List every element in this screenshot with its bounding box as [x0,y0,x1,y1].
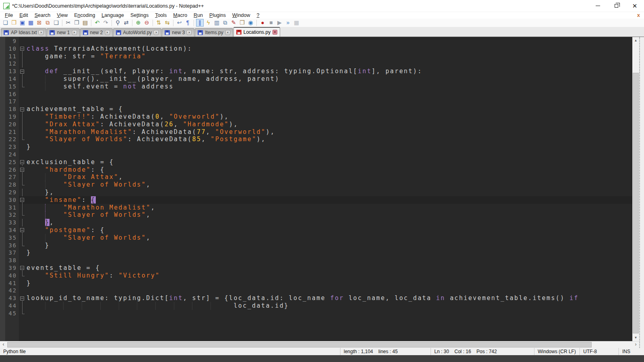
scroll-left-icon[interactable]: ‹ [0,341,7,348]
code-line-14[interactable]: 14 super().__init__(player, name, addres… [0,75,632,83]
fold-margin-start[interactable] [19,264,26,272]
paste-icon[interactable]: ▤ [81,19,89,27]
menu-item-run[interactable]: Run [190,12,206,19]
fold-collapse-icon[interactable] [20,228,24,232]
code-line-30[interactable]: 30 "insane": { [0,196,632,204]
menu-item-[interactable]: ? [254,12,263,19]
menu-item-macro[interactable]: Macro [170,12,190,19]
tab-items-py[interactable]: Items.py✕ [195,28,233,37]
code-line-18[interactable]: 18achievement_table = { [0,105,632,113]
status-encoding[interactable]: UTF-8 [580,348,597,355]
fold-margin-start[interactable] [19,45,26,53]
redo-icon[interactable]: ↷ [102,19,109,27]
scroll-down-icon[interactable]: ▼ [632,334,639,341]
code-editor[interactable]: 910class TerrariaAchievement(Location):1… [0,37,632,341]
code-line-16[interactable]: 16 [0,90,632,98]
macro-record-icon[interactable]: ● [259,19,266,27]
scroll-up-icon[interactable]: ▲ [632,37,639,44]
code-line-11[interactable]: 11 game: str = "Terraria" [0,53,632,60]
code-line-22[interactable]: 22 "Slayer of Worlds": AchieveData(85, "… [0,136,632,143]
tab-new-1[interactable]: new 1✕ [47,28,79,37]
tab-close-icon[interactable]: ✕ [154,30,159,35]
macro-play-icon[interactable]: ▶ [276,19,283,27]
fold-margin-start[interactable] [19,294,26,302]
menu-item-edit[interactable]: Edit [16,12,31,19]
code-line-12[interactable]: 12 [0,60,632,68]
sync-vertical-icon[interactable]: ⇅ [155,19,163,27]
menu-item-search[interactable]: Search [31,12,54,19]
menu-item-view[interactable]: View [54,12,71,19]
new-file-icon[interactable]: ❏ [2,19,9,27]
save-icon[interactable]: ▣ [19,19,26,27]
menu-item-encoding[interactable]: Encoding [71,12,98,19]
code-line-27[interactable]: 27 "Drax Attax", [0,173,632,181]
menu-item-file[interactable]: File [2,12,16,19]
code-line-34[interactable]: 34 "postgame": { [0,226,632,234]
undo-icon[interactable]: ↶ [93,19,101,27]
code-line-26[interactable]: 26 "hardmode": { [0,166,632,174]
fold-collapse-icon[interactable] [20,296,24,300]
status-eol-format[interactable]: Windows (CR LF) [534,348,576,355]
close-button[interactable]: ✕ [625,0,644,12]
code-line-15[interactable]: 15 self.event = not address [0,83,632,90]
tab-autoworld-py[interactable]: AutoWorld.py✕ [113,28,162,37]
open-folder-icon[interactable]: ❒ [10,19,18,27]
fold-collapse-icon[interactable] [20,47,24,51]
indent-guide-icon[interactable]: ∥ [196,19,204,27]
cut-icon[interactable]: ✂ [64,19,72,27]
zoom-in-icon[interactable]: ⊕ [134,19,142,27]
code-line-24[interactable]: 24 [0,151,632,158]
code-line-39[interactable]: 39events_table = { [0,264,632,272]
code-line-44[interactable]: 44 loc_data.id} [0,302,632,310]
tab-close-icon[interactable]: ✕ [72,30,77,35]
code-line-40[interactable]: 40 "Still Hungry": "Victory" [0,272,632,280]
menu-item-tools[interactable]: Tools [152,12,170,19]
code-line-37[interactable]: 37} [0,249,632,257]
minimize-button[interactable] [588,0,607,12]
code-line-31[interactable]: 31 "Marathon Medalist", [0,204,632,212]
horizontal-scrollbar-thumb[interactable] [7,342,592,348]
zoom-out-icon[interactable]: ⊖ [143,19,151,27]
fold-collapse-icon[interactable] [20,107,24,111]
macro-stop-icon[interactable]: ■ [267,19,275,27]
code-line-45[interactable]: 45 [0,310,632,317]
status-typing-mode[interactable]: INS [619,348,630,355]
fold-collapse-icon[interactable] [20,198,24,202]
menu-item-language[interactable]: Language [98,12,127,19]
code-line-41[interactable]: 41} [0,280,632,287]
document-map-icon[interactable]: ▥ [213,19,221,27]
code-line-36[interactable]: 36 } [0,242,632,249]
code-line-9[interactable]: 9 [0,37,632,45]
close-all-icon[interactable]: ⧉ [44,19,52,27]
find-icon[interactable]: ⚲ [114,19,122,27]
code-line-13[interactable]: 13 def __init__(self, player: int, name:… [0,68,632,75]
code-line-32[interactable]: 32 "Slayer of Worlds", [0,211,632,219]
print-icon[interactable]: ❑ [52,19,60,27]
show-all-characters-icon[interactable]: ¶ [184,19,192,27]
code-line-20[interactable]: 20 "Drax Attax": AchieveData(26, "Hardmo… [0,121,632,128]
restore-button[interactable] [607,0,625,12]
macro-save-icon[interactable]: ▦ [293,19,300,27]
code-line-29[interactable]: 29 }, [0,189,632,196]
code-line-35[interactable]: 35 "Slayer of Worlds", [0,234,632,242]
function-list-icon[interactable]: ϟ [204,19,212,27]
close-file-icon[interactable]: ⊠ [35,19,43,27]
menu-item-settings[interactable]: Settings [127,12,152,19]
code-line-23[interactable]: 23} [0,143,632,151]
tab-ap-ideas-txt[interactable]: AP Ideas.txt✕ [1,28,46,37]
document-close-x-button[interactable]: x [637,12,640,18]
monitoring-eye-icon[interactable]: ◉ [247,19,254,27]
code-line-10[interactable]: 10class TerrariaAchievement(Location): [0,45,632,53]
horizontal-scrollbar[interactable]: ‹ › [0,341,639,348]
fold-margin-start[interactable] [19,68,26,75]
code-line-25[interactable]: 25exclusion_table = { [0,158,632,166]
code-line-38[interactable]: 38 [0,257,632,264]
code-line-43[interactable]: 43lookup_id_to_name: typing.Dict[int, st… [0,294,632,302]
fold-collapse-icon[interactable] [20,266,24,270]
vertical-scrollbar[interactable]: ▲ ▼ [632,37,639,341]
macro-run-multiple-icon[interactable]: » [284,19,292,27]
vertical-scrollbar-thumb[interactable] [633,73,639,333]
fold-collapse-icon[interactable] [20,168,24,172]
word-wrap-icon[interactable]: ↩ [175,19,183,27]
fold-collapse-icon[interactable] [20,70,24,74]
